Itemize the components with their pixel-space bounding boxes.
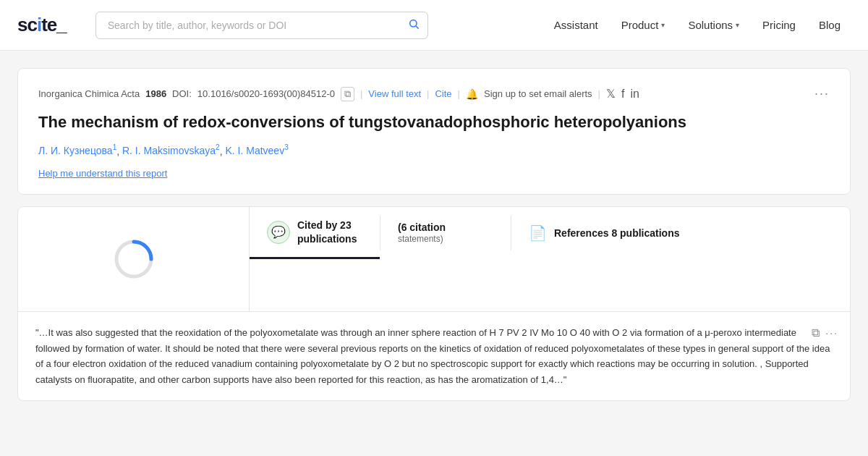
cite-link[interactable]: Cite: [435, 88, 451, 99]
tabs-panel: 💬 Cited by 23 publications (6 citation s…: [250, 207, 850, 311]
tab-statements-label-2: statements): [398, 234, 446, 244]
tab-cited-by[interactable]: 💬 Cited by 23 publications: [250, 207, 380, 258]
author-3[interactable]: K. I. Matveev3: [225, 145, 288, 156]
document-icon: 📄: [529, 224, 547, 242]
chat-icon: 💬: [267, 221, 290, 244]
loading-panel: [18, 207, 250, 311]
navbar: scite_ Assistant Product ▾ Solutions ▾ P…: [0, 0, 868, 51]
citation-top: 💬 Cited by 23 publications (6 citation s…: [18, 207, 850, 312]
view-full-text-link[interactable]: View full text: [368, 88, 421, 99]
copy-doi-button[interactable]: ⧉: [341, 87, 354, 101]
search-bar: [95, 12, 428, 39]
svg-line-1: [416, 26, 419, 29]
tab-citation-statements[interactable]: (6 citation statements): [380, 207, 511, 258]
citation-more-options[interactable]: ···: [825, 325, 838, 342]
search-icon[interactable]: [408, 18, 420, 33]
references-label: References 8 publications: [554, 227, 680, 239]
publication-year: 1986: [145, 88, 166, 99]
alert-label: Sign up to set email alerts: [484, 88, 592, 99]
tab-cited-label-2: publications: [297, 232, 357, 245]
tab-statements-label-1: (6 citation: [398, 221, 446, 234]
nav-item-blog[interactable]: Blog: [809, 13, 851, 37]
paper-card: Inorganica Chimica Acta 1986 DOI: 10.101…: [17, 68, 851, 195]
nav-item-solutions[interactable]: Solutions ▾: [678, 13, 749, 37]
chevron-down-icon: ▾: [736, 21, 739, 29]
journal-name: Inorganica Chimica Acta: [38, 88, 140, 99]
tab-cited-label-1: Cited by 23: [297, 219, 357, 232]
doi-label: DOI:: [172, 88, 192, 99]
svg-point-0: [409, 20, 416, 26]
twitter-icon[interactable]: 𝕏: [606, 87, 616, 101]
spinner: [111, 236, 157, 282]
social-icons: 𝕏 f in: [606, 87, 639, 101]
author-1[interactable]: Л. И. Кузнецова1: [38, 145, 116, 156]
nav-links: Assistant Product ▾ Solutions ▾ Pricing …: [544, 13, 851, 37]
tabs-row: 💬 Cited by 23 publications (6 citation s…: [250, 207, 850, 258]
bell-icon: 🔔: [466, 88, 478, 100]
search-input[interactable]: [95, 12, 428, 39]
logo[interactable]: scite_: [17, 14, 67, 36]
paper-title: The mechanism of redox-conversions of tu…: [38, 111, 830, 134]
nav-item-assistant[interactable]: Assistant: [544, 13, 608, 37]
copy-citation-button[interactable]: ⧉: [812, 324, 820, 342]
paper-authors[interactable]: Л. И. Кузнецова1, R. I. Maksimovskaya2, …: [38, 144, 830, 157]
paper-meta: Inorganica Chimica Acta 1986 DOI: 10.101…: [38, 86, 830, 101]
linkedin-icon[interactable]: in: [630, 88, 639, 101]
more-options-button[interactable]: ···: [814, 86, 830, 101]
citation-body-actions: ⧉ ···: [812, 324, 838, 342]
citation-section: 💬 Cited by 23 publications (6 citation s…: [17, 206, 851, 401]
chevron-down-icon: ▾: [661, 21, 665, 29]
citation-text: "…It was also suggested that the reoxida…: [35, 327, 830, 384]
nav-item-pricing[interactable]: Pricing: [752, 13, 806, 37]
author-2[interactable]: R. I. Maksimovskaya2: [122, 145, 220, 156]
doi-value: 10.1016/s0020-1693(00)84512-0: [197, 88, 335, 99]
main-content: Inorganica Chimica Acta 1986 DOI: 10.101…: [0, 51, 868, 456]
help-understand-link[interactable]: Help me understand this report: [38, 168, 167, 179]
citation-body: ⧉ ··· "…It was also suggested that the r…: [18, 312, 850, 400]
nav-item-product[interactable]: Product ▾: [611, 13, 676, 37]
tab-references[interactable]: 📄 References 8 publications: [511, 207, 850, 258]
facebook-icon[interactable]: f: [621, 88, 624, 101]
